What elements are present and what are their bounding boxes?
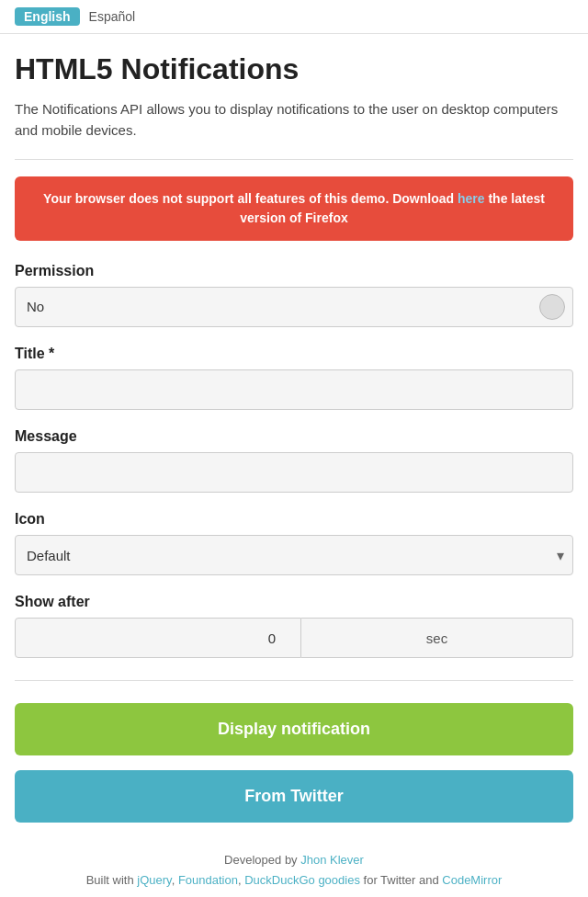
footer-jquery-link[interactable]: jQuery <box>137 873 171 887</box>
footer: Developed by Jhon Klever Built with jQue… <box>0 823 588 897</box>
warning-link[interactable]: here <box>458 191 485 206</box>
message-input[interactable] <box>15 452 573 493</box>
lang-english-button[interactable]: English <box>15 7 80 26</box>
footer-for-twitter: for Twitter and <box>360 873 442 887</box>
main-content: HTML5 Notifications The Notifications AP… <box>0 34 588 823</box>
lang-spanish-button[interactable]: Español <box>89 9 136 24</box>
footer-developed-by: Developed by Jhon Klever <box>15 850 573 870</box>
footer-duckduckgo-link[interactable]: DuckDuckGo goodies <box>244 873 360 887</box>
from-twitter-button[interactable]: From Twitter <box>15 770 573 823</box>
icon-select-wrapper: Default ▾ <box>15 535 573 575</box>
message-label: Message <box>15 428 573 445</box>
divider-buttons <box>15 680 573 681</box>
show-after-section: Show after sec <box>15 594 573 658</box>
display-notification-button[interactable]: Display notification <box>15 703 573 755</box>
icon-select[interactable]: Default <box>15 535 573 575</box>
language-bar: English Español <box>0 0 588 34</box>
footer-developed-text: Developed by <box>224 853 300 867</box>
toggle-circle-inner <box>539 294 565 320</box>
warning-text-prefix: Your browser does not support all featur… <box>43 191 458 206</box>
permission-section: Permission No <box>15 263 573 327</box>
permission-row: No <box>15 287 573 327</box>
permission-value: No <box>16 287 532 327</box>
permission-toggle[interactable] <box>532 288 572 326</box>
show-after-unit: sec <box>301 618 573 658</box>
icon-label: Icon <box>15 511 573 528</box>
title-label: Title * <box>15 346 573 362</box>
title-section: Title * <box>15 346 573 410</box>
icon-section: Icon Default ▾ <box>15 511 573 575</box>
show-after-row: sec <box>15 618 573 658</box>
show-after-label: Show after <box>15 594 573 610</box>
page-title: HTML5 Notifications <box>15 52 573 86</box>
footer-codemirror-link[interactable]: CodeMirror <box>442 873 502 887</box>
footer-built-text: Built with <box>86 873 138 887</box>
footer-foundation-link[interactable]: Foundation <box>178 873 238 887</box>
message-section: Message <box>15 428 573 493</box>
footer-author-link[interactable]: Jhon Klever <box>300 853 364 867</box>
page-description: The Notifications API allows you to disp… <box>15 99 573 141</box>
divider-top <box>15 159 573 160</box>
warning-banner: Your browser does not support all featur… <box>15 176 573 241</box>
footer-built-with: Built with jQuery, Foundation, DuckDuckG… <box>15 870 573 891</box>
show-after-number-input[interactable] <box>15 618 301 658</box>
permission-label: Permission <box>15 263 573 279</box>
title-input[interactable] <box>15 369 573 410</box>
